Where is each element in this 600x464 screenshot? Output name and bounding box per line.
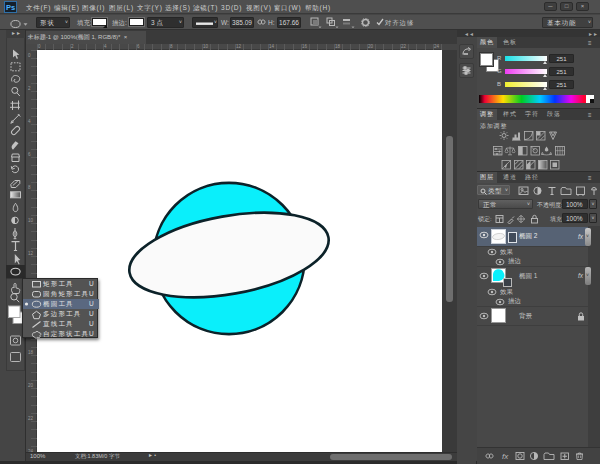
svg-text:fx: fx [502, 452, 509, 461]
